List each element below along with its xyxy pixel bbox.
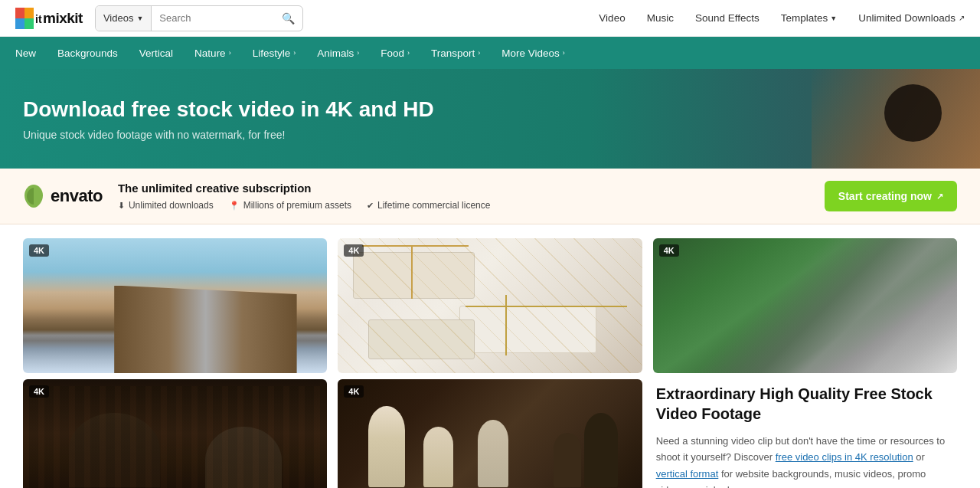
subnav-more-videos[interactable]: More Videos ›: [491, 37, 576, 69]
more-chevron-icon: ›: [563, 49, 565, 57]
subnav-vertical[interactable]: Vertical: [129, 37, 184, 69]
hero-circle-decoration: [884, 84, 942, 142]
header: it mixkit Videos ▼ 🔍 Video Music Sound E…: [0, 0, 980, 37]
subnav-lifestyle[interactable]: Lifestyle ›: [242, 37, 307, 69]
food-chevron-icon: ›: [407, 49, 410, 57]
video-grid-row2: 4K 4K Extraordinary High Quality Free St…: [0, 379, 980, 488]
subnav-nature[interactable]: Nature ›: [184, 37, 242, 69]
videos-label: Videos: [103, 12, 134, 24]
nav-unlimited-downloads[interactable]: Unlimited Downloads ↗: [858, 12, 965, 24]
subnav-food[interactable]: Food ›: [370, 37, 420, 69]
hero-title: Download free stock video in 4K and HD: [23, 97, 434, 123]
nature-chevron-icon: ›: [229, 49, 231, 57]
transport-chevron-icon: ›: [478, 49, 480, 57]
external-icon: ↗: [936, 192, 943, 201]
svg-rect-0: [15, 8, 24, 18]
video-grid-row1: 4K 4K 4K: [0, 224, 980, 379]
dropdown-chevron-icon: ▼: [136, 15, 143, 22]
envato-wordmark: envato: [51, 186, 103, 206]
external-link-icon: ↗: [959, 14, 965, 22]
subnav-new[interactable]: New: [15, 37, 47, 69]
subnav-transport[interactable]: Transport ›: [420, 37, 491, 69]
envato-tagline: The unlimited creative subscription: [118, 182, 809, 195]
svg-rect-1: [24, 8, 34, 18]
video-badge-4k-chess: 4K: [344, 385, 364, 398]
envato-leaf-icon: [23, 183, 44, 209]
envato-feature-licence: ✔ Lifetime commercial licence: [367, 200, 490, 211]
start-creating-button[interactable]: Start creating now ↗: [825, 181, 957, 211]
video-card-chess[interactable]: 4K: [338, 379, 642, 488]
start-creating-label: Start creating now: [838, 190, 932, 202]
video-thumb-chess: [338, 379, 642, 488]
text-card-title: Extraordinary High Quality Free Stock Vi…: [656, 384, 954, 424]
envato-banner: envato The unlimited creative subscripti…: [0, 169, 980, 224]
unlimited-label: Unlimited Downloads: [858, 12, 956, 24]
video-badge-4k-aerial: 4K: [659, 244, 679, 257]
video-card-interview[interactable]: 4K: [23, 379, 327, 488]
svg-rect-3: [24, 18, 34, 29]
videos-dropdown-button[interactable]: Videos ▼: [96, 6, 152, 31]
feature-licence-text: Lifetime commercial licence: [377, 200, 490, 211]
nav-music[interactable]: Music: [647, 12, 674, 24]
svg-rect-2: [15, 18, 24, 29]
video-card-gifts[interactable]: 4K: [338, 238, 642, 373]
video-thumb-gifts: [338, 238, 642, 373]
envato-info: The unlimited creative subscription ⬇ Un…: [118, 182, 809, 211]
video-thumb-aerial: [653, 238, 957, 373]
subnav-animals[interactable]: Animals ›: [306, 37, 370, 69]
video-thumb-road: [23, 238, 327, 373]
link-vertical-format[interactable]: vertical format: [656, 468, 719, 480]
logo-text: mixkit: [43, 10, 83, 27]
sub-nav: New Backgrounds Vertical Nature › Lifest…: [0, 37, 980, 69]
templates-chevron-icon: ▼: [830, 15, 837, 22]
envato-feature-downloads: ⬇ Unlimited downloads: [118, 200, 214, 211]
envato-feature-assets: 📍 Millions of premium assets: [229, 200, 351, 211]
video-card-aerial[interactable]: 4K: [653, 238, 957, 373]
envato-features: ⬇ Unlimited downloads 📍 Millions of prem…: [118, 200, 809, 211]
text-info-card: Extraordinary High Quality Free Stock Vi…: [653, 379, 957, 488]
video-thumb-interview: [23, 379, 327, 488]
text-card-body: Need a stunning video clip but don't hav…: [656, 433, 954, 488]
search-bar: Videos ▼ 🔍: [95, 5, 303, 31]
svg-text:it: it: [35, 13, 42, 25]
feature-downloads-text: Unlimited downloads: [129, 200, 214, 211]
text-card-mid: or: [913, 451, 925, 463]
search-button[interactable]: 🔍: [274, 12, 302, 25]
download-icon: ⬇: [118, 201, 125, 211]
hero-subtitle: Unique stock video footage with no water…: [23, 129, 434, 141]
video-badge-4k-interview: 4K: [29, 385, 49, 398]
video-badge-4k-gifts: 4K: [344, 244, 364, 257]
video-badge-4k-road: 4K: [29, 244, 49, 257]
logo-icon: it: [15, 8, 43, 29]
nav-templates[interactable]: Templates ▼: [781, 12, 837, 24]
nav-video[interactable]: Video: [599, 12, 625, 24]
search-input[interactable]: [152, 12, 274, 24]
subnav-backgrounds[interactable]: Backgrounds: [47, 37, 129, 69]
shield-icon: ✔: [367, 201, 374, 211]
link-4k-resolution[interactable]: free video clips in 4K resolution: [776, 451, 913, 463]
nav-sound-effects[interactable]: Sound Effects: [695, 12, 760, 24]
video-card-road[interactable]: 4K: [23, 238, 327, 373]
animals-chevron-icon: ›: [357, 49, 359, 57]
feature-assets-text: Millions of premium assets: [243, 200, 351, 211]
hero-banner: Download free stock video in 4K and HD U…: [0, 69, 980, 169]
hero-decoration: [812, 69, 980, 169]
search-icon: 🔍: [282, 12, 295, 25]
templates-label: Templates: [781, 12, 828, 24]
header-nav: Video Music Sound Effects Templates ▼ Un…: [599, 12, 965, 24]
envato-logo: envato: [23, 183, 103, 209]
location-icon: 📍: [229, 201, 240, 211]
lifestyle-chevron-icon: ›: [293, 49, 296, 57]
hero-text: Download free stock video in 4K and HD U…: [23, 97, 434, 141]
logo[interactable]: it mixkit: [15, 8, 83, 29]
